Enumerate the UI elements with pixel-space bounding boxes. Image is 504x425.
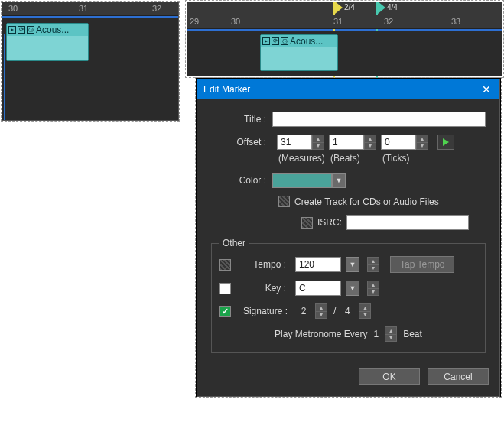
color-label: Color : xyxy=(211,175,272,186)
edit-marker-dialog: Edit Marker ✕ Title : Offset : ▲▼ ▲▼ ▲▼ … xyxy=(197,79,500,397)
other-legend: Other xyxy=(219,238,249,248)
ruler-tick-label: 29 xyxy=(190,17,199,26)
key-input[interactable] xyxy=(295,281,341,296)
offset-label: Offset : xyxy=(211,137,272,148)
metronome-spinner[interactable]: ▲▼ xyxy=(385,326,397,342)
tempo-label: Tempo : xyxy=(240,259,291,270)
beats-spinner[interactable]: ▲▼ xyxy=(364,135,376,150)
tempo-checkbox[interactable] xyxy=(219,259,231,271)
color-swatch[interactable] xyxy=(272,173,332,188)
play-icon: ▸ xyxy=(8,26,16,34)
create-track-checkbox[interactable] xyxy=(278,196,290,207)
sig-denominator: 4 xyxy=(342,306,353,316)
cancel-button[interactable]: Cancel xyxy=(428,368,489,385)
audio-clip[interactable]: ▸ ⟳ ◷ Acous... xyxy=(260,34,338,71)
ruler[interactable]: 30 31 32 xyxy=(2,2,178,16)
isrc-label: ISRC: xyxy=(317,217,342,228)
ticks-spinner[interactable]: ▲▼ xyxy=(416,135,428,150)
clip-label: Acous... xyxy=(290,36,336,47)
other-fieldset: Other Tempo : ▼ ▲▼ Tap Tempo Key : ▼ ▲▼ … xyxy=(211,238,486,353)
playhead[interactable] xyxy=(4,34,5,120)
sig-num-spinner[interactable]: ▲▼ xyxy=(315,303,327,319)
color-dropdown-arrow[interactable]: ▼ xyxy=(332,173,346,188)
ruler-tick-label: 32 xyxy=(152,4,161,13)
tempo-dropdown-arrow[interactable]: ▼ xyxy=(346,257,359,272)
key-dropdown-arrow[interactable]: ▼ xyxy=(346,281,359,296)
sig-separator: / xyxy=(333,306,336,316)
play-from-marker-button[interactable] xyxy=(437,135,454,150)
signature-label: Signature : xyxy=(242,306,292,316)
audio-clip[interactable]: ▸ ⟳ ◷ Acous... xyxy=(6,23,89,61)
metronome-value: 1 xyxy=(374,329,379,339)
clock-icon: ◷ xyxy=(281,37,288,45)
ruler-tick-label: 33 xyxy=(451,17,460,26)
measures-spinner[interactable]: ▲▼ xyxy=(312,135,324,150)
beats-input[interactable] xyxy=(329,135,364,150)
ruler-tick-label: 30 xyxy=(231,17,240,26)
metronome-prefix: Play Metronome Every xyxy=(275,329,367,339)
ticks-input[interactable] xyxy=(381,135,416,150)
sig-numerator: 2 xyxy=(298,306,309,316)
tap-tempo-button[interactable]: Tap Tempo xyxy=(390,256,454,273)
create-track-label: Create Track for CDs or Audio Files xyxy=(294,196,439,207)
signature-checkbox[interactable]: ✓ xyxy=(219,306,231,317)
marker-sig-label: 2/4 xyxy=(344,3,355,11)
title-input[interactable] xyxy=(272,112,486,127)
ok-button[interactable]: OK xyxy=(359,368,420,385)
clock-icon: ◷ xyxy=(27,26,34,34)
beats-sublabel: (Beats) xyxy=(330,153,382,164)
title-label: Title : xyxy=(211,114,272,125)
metronome-suffix: Beat xyxy=(403,329,422,339)
marker-flag-yellow[interactable] xyxy=(333,2,343,14)
dialog-titlebar[interactable]: Edit Marker ✕ xyxy=(197,79,499,99)
key-label: Key : xyxy=(240,283,291,294)
isrc-input[interactable] xyxy=(346,215,469,230)
isrc-checkbox[interactable] xyxy=(301,217,313,229)
clip-label: Acous... xyxy=(36,24,86,35)
ruler-tick-label: 32 xyxy=(384,17,393,26)
key-checkbox[interactable] xyxy=(219,283,231,294)
ticks-sublabel: (Ticks) xyxy=(382,153,434,164)
measures-sublabel: (Measures) xyxy=(278,153,330,164)
loop-icon: ⟳ xyxy=(272,37,279,45)
close-icon[interactable]: ✕ xyxy=(480,83,493,96)
loop-icon: ⟳ xyxy=(18,26,25,34)
marker-flag-teal[interactable] xyxy=(376,2,385,14)
ruler-tick-label: 30 xyxy=(8,4,18,13)
marker-sig-label: 4/4 xyxy=(387,3,398,11)
ruler[interactable]: 29 30 31 32 33 xyxy=(187,15,502,29)
measures-input[interactable] xyxy=(277,135,312,150)
dialog-title: Edit Marker xyxy=(203,84,480,95)
timeline-left: 30 31 32 ▸ ⟳ ◷ Acous... xyxy=(2,2,179,121)
tempo-spinner[interactable]: ▲▼ xyxy=(367,257,379,272)
ruler-tick-label: 31 xyxy=(333,17,343,26)
play-icon: ▸ xyxy=(262,37,270,45)
tempo-input[interactable] xyxy=(295,257,341,272)
sig-den-spinner[interactable]: ▲▼ xyxy=(359,303,371,319)
key-spinner[interactable]: ▲▼ xyxy=(367,281,379,296)
ruler-tick-label: 31 xyxy=(79,4,88,13)
timeline-right: 2/4 4/4 29 30 31 32 33 ▸ ⟳ ◷ Acous... xyxy=(187,2,502,76)
